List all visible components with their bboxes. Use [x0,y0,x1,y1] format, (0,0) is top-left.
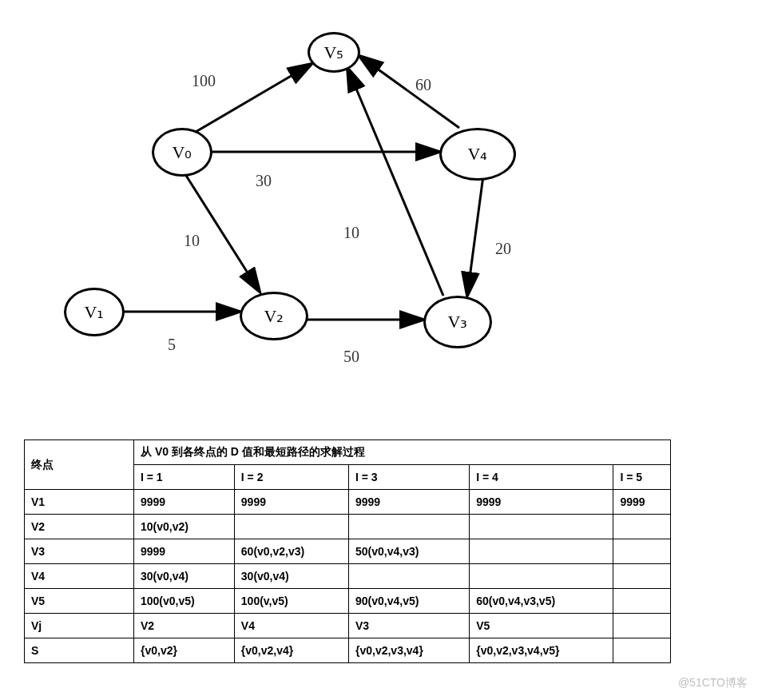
th-endpoint: 终点 [25,440,134,490]
row-label: Vj [25,614,134,638]
edge-weight-v4v3: 20 [495,240,511,258]
cell [613,515,671,539]
table-row: V5 100(v0,v5) 100(v,v5) 90(v0,v4,v5) 60(… [25,589,671,614]
row-label: V3 [25,539,134,564]
cell [348,515,469,539]
cell: {v0,v2,v3,v4,v5} [470,638,613,663]
cell [234,515,348,539]
th-i3: I = 3 [348,465,469,490]
table-row: Vj V2 V4 V3 V5 [25,614,671,638]
edge-weight-v0v2: 10 [184,232,200,250]
dijkstra-table: 终点 从 V0 到各终点的 D 值和最短路径的求解过程 I = 1 I = 2 … [24,439,671,663]
svg-line-7 [467,176,483,296]
cell [470,564,613,589]
th-i2: I = 2 [234,465,348,490]
cell: 100(v0,v5) [134,589,235,614]
th-title: 从 V0 到各终点的 D 值和最短路径的求解过程 [134,440,671,465]
row-label: S [25,638,134,663]
edge-weight-v4v5: 60 [415,76,431,94]
cell [613,638,671,663]
cell: 9999 [134,490,235,515]
cell: V3 [348,614,469,638]
cell: V5 [470,614,613,638]
cell: {v0,v2} [134,638,235,663]
edge-weight-v0v5: 100 [192,72,216,90]
row-label: V4 [25,564,134,589]
cell: 60(v0,v4,v3,v5) [470,589,613,614]
cell: 9999 [613,490,671,515]
cell: 100(v,v5) [234,589,348,614]
table-row: V3 9999 60(v0,v2,v3) 50(v0,v4,v3) [25,539,671,564]
cell [348,564,469,589]
cell: 90(v0,v4,v5) [348,589,469,614]
graph-diagram: V₅ V₀ V₄ V₁ V₂ V₃ 100 30 10 5 50 10 60 2… [32,16,575,400]
edge-weight-v0v4: 30 [256,172,272,190]
edge-weight-v2v3: 50 [343,348,359,366]
node-v4: V₄ [439,128,516,181]
edge-weight-v1v2: 5 [168,336,176,354]
row-label: V5 [25,589,134,614]
cell: 30(v0,v4) [134,564,235,589]
node-v3: V₃ [423,296,492,348]
th-i1: I = 1 [134,465,235,490]
cell [613,589,671,614]
node-v2: V₂ [240,292,308,340]
th-i4: I = 4 [470,465,613,490]
graph-edges [32,16,575,400]
row-label: V2 [25,515,134,539]
edge-weight-v3v5: 10 [343,224,359,242]
svg-line-6 [359,56,459,128]
cell [470,515,613,539]
cell: 9999 [470,490,613,515]
cell: 9999 [134,539,235,564]
table-row: S {v0,v2} {v0,v2,v4} {v0,v2,v3,v4} {v0,v… [25,638,671,663]
cell [470,539,613,564]
cell: {v0,v2,v4} [234,638,348,663]
cell [613,614,671,638]
node-v0: V₀ [152,128,212,177]
cell: V2 [134,614,235,638]
cell: {v0,v2,v3,v4} [348,638,469,663]
svg-line-5 [347,68,443,296]
table-row: V2 10(v0,v2) [25,515,671,539]
cell: 30(v0,v4) [234,564,348,589]
th-i5: I = 5 [613,465,671,490]
node-v1: V₁ [64,288,125,336]
row-label: V1 [25,490,134,515]
cell: 10(v0,v2) [134,515,235,539]
table-row: V1 9999 9999 9999 9999 9999 [25,490,671,515]
table-row: V4 30(v0,v4) 30(v0,v4) [25,564,671,589]
cell: 60(v0,v2,v3) [234,539,348,564]
cell: 50(v0,v4,v3) [348,539,469,564]
cell: V4 [234,614,348,638]
cell: 9999 [234,490,348,515]
node-v5: V₅ [308,32,360,73]
cell: 9999 [348,490,469,515]
cell [613,539,671,564]
cell [613,564,671,589]
watermark: @51CTO博客 [678,676,748,690]
